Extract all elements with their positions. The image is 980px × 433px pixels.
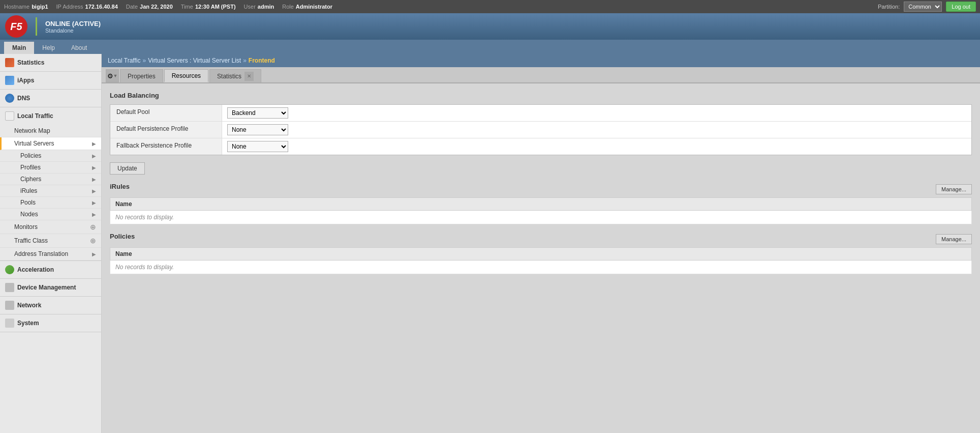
- device-management-label: Device Management: [17, 284, 76, 291]
- update-button[interactable]: Update: [110, 162, 145, 175]
- ciphers-sub-label: Ciphers: [20, 176, 41, 183]
- sidebar-item-traffic-class[interactable]: Traffic Class ⊕: [0, 234, 101, 248]
- sidebar-section-device-mgmt: Device Management: [0, 279, 101, 297]
- tab-properties-label: Properties: [128, 73, 156, 80]
- sidebar-item-virtual-servers[interactable]: Virtual Servers ▶: [0, 137, 101, 150]
- traffic-class-plus: ⊕: [90, 237, 96, 245]
- nav-tab-main[interactable]: Main: [4, 42, 34, 54]
- tab-properties[interactable]: Properties: [120, 69, 163, 82]
- form-area: Load Balancing Default Pool Backend None: [102, 83, 980, 291]
- sidebar-item-monitors[interactable]: Monitors ⊕: [0, 220, 101, 234]
- hostname-info: Hostname bigip1: [4, 4, 48, 10]
- system-info: Hostname bigip1 IP Address 172.16.40.84 …: [4, 4, 332, 10]
- breadcrumb-sep-2: »: [243, 57, 247, 64]
- sidebar-section-local-traffic: Local Traffic Network Map Virtual Server…: [0, 107, 101, 261]
- address-translation-label: Address Translation: [14, 250, 68, 257]
- pools-chevron: ▶: [92, 200, 96, 206]
- sidebar-section-statistics: Statistics: [0, 54, 101, 72]
- ip-info: IP Address 172.16.40.84: [56, 4, 118, 10]
- policies-name-header: Name: [110, 248, 972, 261]
- settings-gear-tab[interactable]: ⚙ ▼: [106, 69, 119, 82]
- sidebar-item-iapps[interactable]: iApps: [0, 72, 101, 89]
- iapps-icon: [5, 76, 14, 85]
- sidebar-item-ciphers[interactable]: Ciphers ▶: [0, 174, 101, 185]
- breadcrumb-local-traffic[interactable]: Local Traffic: [108, 57, 140, 64]
- role-info: Role Administrator: [282, 4, 332, 10]
- monitors-label: Monitors: [14, 223, 38, 230]
- default-pool-value: Backend None: [222, 105, 971, 121]
- sidebar-item-system[interactable]: System: [0, 314, 101, 332]
- irules-empty-row: No records to display.: [110, 211, 972, 224]
- sidebar-item-device-management[interactable]: Device Management: [0, 279, 101, 296]
- irules-manage-button[interactable]: Manage...: [936, 184, 972, 194]
- sidebar-item-pools[interactable]: Pools ▶: [0, 197, 101, 209]
- tab-statistics[interactable]: Statistics ✕: [209, 69, 261, 82]
- hostname-label: Hostname: [4, 4, 29, 10]
- content-tabs: ⚙ ▼ Properties Resources Statistics ✕: [102, 67, 980, 83]
- user-label: User: [244, 4, 256, 10]
- sidebar-item-profiles[interactable]: Profiles ▶: [0, 162, 101, 174]
- nodes-sub-label: Nodes: [20, 211, 38, 218]
- default-persistence-select[interactable]: None: [227, 124, 288, 135]
- policies-manage-button[interactable]: Manage...: [936, 234, 972, 244]
- sidebar-item-irules[interactable]: iRules ▶: [0, 185, 101, 197]
- date-info: Date Jan 22, 2020: [126, 4, 173, 10]
- sidebar-item-local-traffic[interactable]: Local Traffic: [0, 107, 101, 125]
- breadcrumb-virtual-servers[interactable]: Virtual Servers : Virtual Server List: [148, 57, 241, 64]
- sidebar: Statistics iApps DNS Local Traffic: [0, 54, 102, 433]
- fallback-persistence-row: Fallback Persistence Profile None: [110, 138, 971, 155]
- monitors-plus: ⊕: [90, 223, 96, 231]
- sidebar-section-acceleration: Acceleration: [0, 261, 101, 279]
- logout-button[interactable]: Log out: [946, 2, 976, 12]
- pools-sub-label: Pools: [20, 199, 36, 206]
- load-balancing-section: Load Balancing Default Pool Backend None: [110, 92, 972, 175]
- main-content: Statistics iApps DNS Local Traffic: [0, 54, 980, 433]
- nav-tab-about[interactable]: About: [63, 42, 95, 54]
- f5-logo: F5: [5, 15, 27, 38]
- sidebar-item-acceleration[interactable]: Acceleration: [0, 261, 101, 278]
- fallback-persistence-value: None: [222, 138, 971, 155]
- policies-chevron: ▶: [92, 153, 96, 159]
- fallback-persistence-select[interactable]: None: [227, 141, 288, 152]
- status-text: ONLINE (ACTIVE) Standalone: [45, 20, 101, 34]
- sidebar-item-address-translation[interactable]: Address Translation ▶: [0, 248, 101, 261]
- sidebar-item-network-map[interactable]: Network Map: [0, 125, 101, 137]
- sidebar-item-network[interactable]: Network: [0, 297, 101, 314]
- device-mgmt-icon: [5, 283, 14, 292]
- irules-empty-message: No records to display.: [110, 211, 972, 224]
- ip-label: IP Address: [56, 4, 83, 10]
- date-label: Date: [126, 4, 138, 10]
- policies-header-row: Policies Manage...: [110, 233, 972, 245]
- sidebar-item-dns[interactable]: DNS: [0, 90, 101, 107]
- nav-tab-help[interactable]: Help: [34, 42, 63, 54]
- user-value: admin: [258, 4, 274, 10]
- sidebar-section-system: System: [0, 314, 101, 332]
- policies-empty-row: No records to display.: [110, 261, 972, 274]
- default-pool-select[interactable]: Backend None: [227, 107, 288, 119]
- sidebar-section-dns: DNS: [0, 90, 101, 107]
- default-persistence-label: Default Persistence Profile: [110, 122, 222, 138]
- partition-select[interactable]: Common: [904, 2, 942, 12]
- sidebar-item-statistics[interactable]: Statistics: [0, 54, 101, 71]
- logo-bar: F5 ONLINE (ACTIVE) Standalone: [0, 13, 980, 40]
- ciphers-chevron: ▶: [92, 177, 96, 182]
- fallback-persistence-label: Fallback Persistence Profile: [110, 138, 222, 155]
- sidebar-item-policies[interactable]: Policies ▶: [0, 150, 101, 162]
- user-info: User admin: [244, 4, 274, 10]
- role-value: Administrator: [296, 4, 332, 10]
- irules-table: Name No records to display.: [110, 197, 972, 224]
- sidebar-section-network: Network: [0, 297, 101, 314]
- traffic-class-label: Traffic Class: [14, 237, 48, 244]
- acceleration-icon: [5, 265, 14, 274]
- status-divider: [36, 17, 37, 36]
- partition-label: Partition:: [878, 4, 900, 10]
- sidebar-item-nodes[interactable]: Nodes ▶: [0, 209, 101, 220]
- virtual-servers-label: Virtual Servers: [14, 140, 54, 147]
- tab-statistics-label: Statistics: [217, 73, 241, 80]
- tab-resources[interactable]: Resources: [164, 69, 208, 82]
- dns-icon: [5, 94, 14, 103]
- policies-sub-label: Policies: [20, 152, 41, 159]
- default-persistence-row: Default Persistence Profile None: [110, 122, 971, 138]
- tab-statistics-close[interactable]: ✕: [244, 72, 254, 81]
- top-header: Hostname bigip1 IP Address 172.16.40.84 …: [0, 0, 980, 13]
